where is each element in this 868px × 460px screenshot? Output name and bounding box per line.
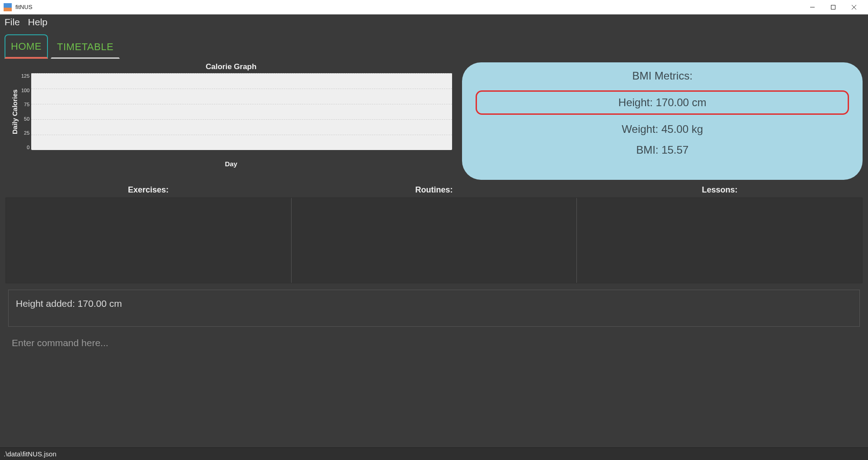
lists-header-row: Exercises: Routines: Lessons: bbox=[5, 185, 863, 195]
feedback-box: Height added: 170.00 cm bbox=[8, 290, 860, 327]
tab-timetable[interactable]: TIMETABLE bbox=[51, 35, 120, 59]
tab-row: HOME TIMETABLE bbox=[0, 30, 868, 59]
command-input[interactable] bbox=[8, 335, 860, 351]
chart-y-ticks: 125 100 75 50 25 0 bbox=[19, 73, 31, 150]
y-tick: 75 bbox=[21, 102, 29, 107]
y-tick: 125 bbox=[21, 73, 29, 79]
maximize-button[interactable] bbox=[823, 0, 844, 14]
tab-home[interactable]: HOME bbox=[5, 34, 48, 59]
statusbar: .\data\fitNUS.json bbox=[0, 447, 868, 460]
lessons-list[interactable] bbox=[576, 198, 862, 283]
svg-rect-1 bbox=[831, 5, 835, 9]
app-root: File Help HOME TIMETABLE Calorie Graph D… bbox=[0, 14, 868, 460]
bmi-weight: Weight: 45.00 kg bbox=[476, 123, 849, 136]
bmi-value: BMI: 15.57 bbox=[476, 144, 849, 156]
lists-body bbox=[5, 197, 863, 283]
lessons-header: Lessons: bbox=[577, 185, 863, 195]
minimize-button[interactable] bbox=[802, 0, 823, 14]
chart-plot-area bbox=[31, 73, 452, 150]
menu-help[interactable]: Help bbox=[28, 17, 47, 28]
menu-file[interactable]: File bbox=[5, 17, 20, 28]
window-titlebar: fitNUS bbox=[0, 0, 868, 14]
exercises-header: Exercises: bbox=[5, 185, 291, 195]
bmi-title: BMI Metrics: bbox=[632, 70, 693, 82]
chart-x-axis-label: Day bbox=[225, 160, 237, 168]
bmi-card: BMI Metrics: Height: 170.00 cm Weight: 4… bbox=[462, 62, 863, 180]
chart-body: Daily Calories 125 100 75 50 25 0 bbox=[10, 73, 452, 150]
menubar: File Help bbox=[0, 14, 868, 30]
chart-title: Calorie Graph bbox=[206, 62, 256, 71]
y-tick: 25 bbox=[21, 130, 29, 136]
bmi-height: Height: 170.00 cm bbox=[476, 90, 849, 115]
statusbar-path: .\data\fitNUS.json bbox=[4, 450, 57, 458]
y-tick: 0 bbox=[21, 145, 29, 150]
upper-row: Calorie Graph Daily Calories 125 100 75 … bbox=[5, 62, 863, 180]
feedback-message: Height added: 170.00 cm bbox=[16, 298, 122, 309]
app-icon bbox=[4, 3, 12, 11]
close-button[interactable] bbox=[844, 0, 864, 14]
y-tick: 50 bbox=[21, 116, 29, 122]
command-row bbox=[8, 335, 860, 351]
calorie-chart: Calorie Graph Daily Calories 125 100 75 … bbox=[5, 62, 457, 180]
exercises-list[interactable] bbox=[6, 198, 291, 283]
routines-header: Routines: bbox=[291, 185, 577, 195]
content-area: Calorie Graph Daily Calories 125 100 75 … bbox=[0, 59, 868, 447]
routines-list[interactable] bbox=[291, 198, 577, 283]
y-tick: 100 bbox=[21, 88, 29, 93]
window-title: fitNUS bbox=[15, 4, 33, 10]
chart-y-axis-label: Daily Calories bbox=[10, 73, 19, 150]
